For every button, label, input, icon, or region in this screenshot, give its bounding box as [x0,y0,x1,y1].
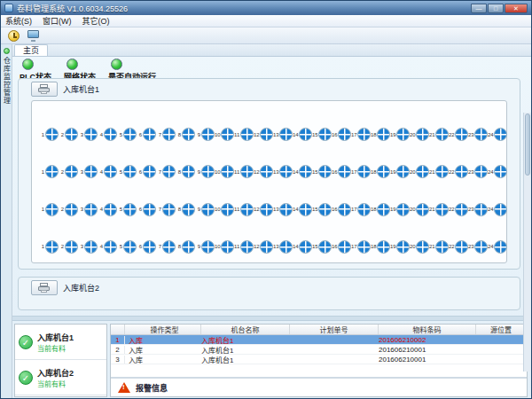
reel-position[interactable]: 6 [137,165,156,178]
print-button[interactable] [31,280,58,295]
reel-position[interactable]: 1 [39,240,59,254]
tab-home[interactable]: 主页 [14,44,48,56]
reel-position[interactable]: 7 [156,128,176,141]
column-header[interactable]: 源位置 [476,325,527,334]
reel-position[interactable]: 17 [351,203,371,216]
reel-position[interactable]: 19 [390,240,410,254]
column-header[interactable]: 计划单号 [290,325,379,334]
reel-position[interactable]: 13 [273,165,293,178]
reel-position[interactable]: 2 [59,165,78,178]
reel-position[interactable]: 13 [273,203,293,216]
machine-status-item[interactable]: ✓入库机台2当前有料 [15,360,106,395]
reel-position[interactable]: 23 [468,203,488,216]
reel-position[interactable]: 6 [137,203,156,216]
reel-position[interactable]: 5 [117,240,137,254]
minimize-button[interactable]: — [471,4,487,13]
title-bar[interactable]: 卷料管理系统 V1.0.6034.25526 — □ ✕ [1,1,531,15]
reel-position[interactable]: 8 [176,165,195,178]
reel-position[interactable]: 9 [195,165,215,178]
reel-position[interactable]: 24 [488,240,507,254]
reel-position[interactable]: 18 [371,240,390,254]
scrollbar-thumb[interactable] [525,113,530,176]
reel-position[interactable]: 21 [429,128,449,141]
reel-position[interactable]: 20 [410,240,429,254]
reel-position[interactable]: 8 [176,240,195,254]
table-row[interactable]: 1入库入库机台1201606210002 [111,335,527,345]
reel-position[interactable]: 5 [117,203,137,216]
reel-position[interactable]: 12 [254,240,273,254]
reel-position[interactable]: 9 [195,203,215,216]
reel-position[interactable]: 18 [371,203,390,216]
reel-position[interactable]: 1 [39,203,59,216]
reel-position[interactable]: 9 [195,240,215,254]
column-header[interactable]: 机台名称 [201,325,290,334]
reel-position[interactable]: 2 [59,240,78,254]
vertical-scrollbar[interactable] [523,113,531,372]
print-button[interactable] [31,82,58,97]
horizontal-splitter[interactable] [12,316,531,321]
reel-position[interactable]: 12 [254,165,273,178]
reel-position[interactable]: 16 [332,165,351,178]
reel-position[interactable]: 11 [234,165,254,178]
reel-position[interactable]: 22 [449,165,468,178]
reel-position[interactable]: 16 [332,128,351,141]
reel-position[interactable]: 19 [390,128,410,141]
reel-position[interactable]: 20 [410,128,429,141]
reel-position[interactable]: 16 [332,240,351,254]
reel-position[interactable]: 15 [312,203,332,216]
close-button[interactable]: ✕ [505,4,528,13]
reel-position[interactable]: 24 [488,165,507,178]
reel-position[interactable]: 7 [156,203,176,216]
reel-position[interactable]: 10 [215,203,234,216]
reel-position[interactable]: 4 [98,203,117,216]
reel-position[interactable]: 24 [488,203,507,216]
reel-position[interactable]: 15 [312,240,332,254]
menu-item[interactable]: 系统(S) [5,15,32,27]
reel-position[interactable]: 5 [117,128,137,141]
reel-position[interactable]: 10 [215,165,234,178]
reel-position[interactable]: 11 [234,128,254,141]
reel-position[interactable]: 1 [39,165,59,178]
reel-position[interactable]: 22 [449,240,468,254]
maximize-button[interactable]: □ [488,4,504,13]
machine-status-item[interactable]: ✓入库机台1当前有料 [15,325,106,360]
reel-position[interactable]: 16 [332,203,351,216]
reel-position[interactable]: 9 [195,128,215,141]
reel-position[interactable]: 21 [429,203,449,216]
reel-position[interactable]: 15 [312,128,332,141]
reel-position[interactable]: 2 [59,128,78,141]
reel-position[interactable]: 14 [293,165,312,178]
reel-position[interactable]: 8 [176,128,195,141]
reel-position[interactable]: 14 [293,128,312,141]
reel-position[interactable]: 4 [98,128,117,141]
reel-position[interactable]: 13 [273,128,293,141]
monitor-button[interactable] [26,28,42,43]
reel-position[interactable]: 3 [78,128,98,141]
menu-item[interactable]: 窗口(W) [43,15,72,27]
reel-position[interactable]: 14 [293,240,312,254]
reel-position[interactable]: 10 [215,240,234,254]
row-indicator-header[interactable] [111,325,125,334]
reel-position[interactable]: 3 [78,203,98,216]
reel-position[interactable]: 17 [351,165,371,178]
reel-position[interactable]: 3 [78,240,98,254]
clock-button[interactable] [5,28,21,43]
menu-item[interactable]: 其它(O) [82,15,110,27]
reel-position[interactable]: 1 [39,128,59,141]
reel-position[interactable]: 21 [429,165,449,178]
reel-position[interactable]: 22 [449,128,468,141]
reel-position[interactable]: 20 [410,203,429,216]
reel-position[interactable]: 6 [137,240,156,254]
reel-position[interactable]: 24 [488,128,507,141]
side-dock-tab[interactable]: 仓库监控管理 [1,44,12,398]
reel-position[interactable]: 20 [410,165,429,178]
reel-position[interactable]: 22 [449,203,468,216]
reel-position[interactable]: 19 [390,203,410,216]
table-row[interactable]: 3入库入库机台1201606210001 [111,355,527,364]
reel-position[interactable]: 15 [312,165,332,178]
reel-position[interactable]: 17 [351,240,371,254]
reel-position[interactable]: 3 [78,165,98,178]
column-header[interactable]: 物料条码 [379,325,476,334]
reel-position[interactable]: 18 [371,165,390,178]
reel-position[interactable]: 4 [98,165,117,178]
